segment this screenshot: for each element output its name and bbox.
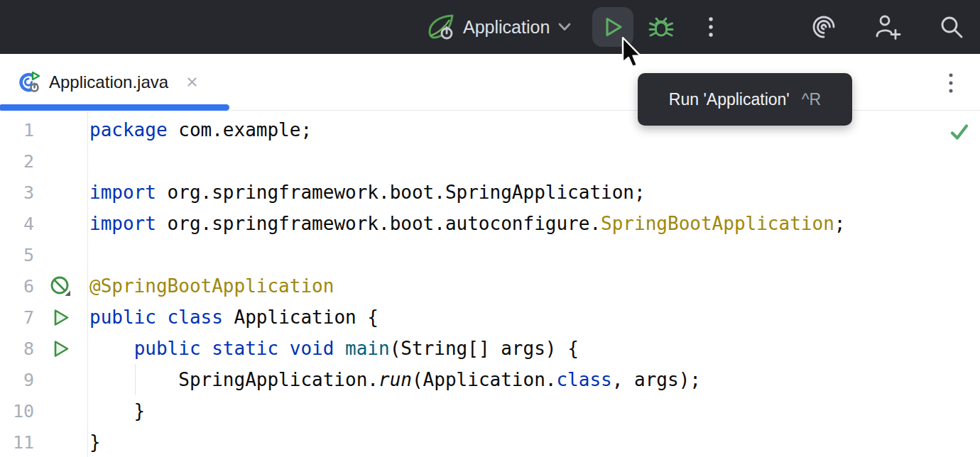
code-text[interactable]: SpringApplication.run(Application.class,… <box>89 369 701 390</box>
search-everywhere-button[interactable] <box>937 7 966 47</box>
run-gutter-icon[interactable] <box>34 308 87 327</box>
code-line: 3import org.springframework.boot.SpringA… <box>0 177 980 208</box>
code-with-me-button[interactable] <box>873 7 902 47</box>
code-text[interactable]: @SpringBootApplication <box>89 275 334 297</box>
kebab-menu-icon <box>948 72 954 94</box>
code-text[interactable]: import org.springframework.boot.autoconf… <box>89 213 845 234</box>
line-number: 3 <box>0 182 34 203</box>
line-number: 4 <box>0 214 34 234</box>
ai-assistant-icon <box>812 15 836 39</box>
spring-boot-run-config-icon <box>426 12 456 42</box>
line-number: 7 <box>0 307 34 328</box>
code-text[interactable]: } <box>89 400 145 422</box>
code-line: 7public class Application { <box>0 302 980 333</box>
tooltip-label: Run 'Application' <box>669 90 790 109</box>
code-text[interactable]: public static void main(String[] args) { <box>89 338 579 359</box>
run-tooltip: Run 'Application' ^R <box>638 73 852 126</box>
run-configuration-selector[interactable]: Application <box>426 12 572 42</box>
code-with-me-icon <box>874 13 901 40</box>
ai-assistant-button[interactable] <box>810 7 838 47</box>
line-number: 11 <box>0 432 34 453</box>
tab-label: Application.java <box>49 72 168 92</box>
line-number: 2 <box>0 151 34 172</box>
editor-lines: 1package com.example;23import org.spring… <box>0 114 980 457</box>
line-number: 6 <box>0 276 34 297</box>
tab-close-button[interactable] <box>185 75 199 89</box>
code-line: 5 <box>0 239 980 270</box>
code-line: 4import org.springframework.boot.autocon… <box>0 208 980 239</box>
code-line: 6@SpringBootApplication <box>0 270 980 302</box>
mouse-cursor <box>620 36 644 70</box>
titlebar-right-actions <box>810 0 966 54</box>
code-text[interactable]: public class Application { <box>89 307 379 328</box>
debug-button[interactable] <box>639 7 683 47</box>
spring-bean-gutter-icon[interactable] <box>34 275 87 297</box>
debug-bug-icon <box>647 13 675 40</box>
code-text[interactable]: package com.example; <box>89 119 312 141</box>
line-number: 10 <box>0 401 34 422</box>
line-number: 8 <box>0 338 34 359</box>
code-line: 11} <box>0 426 980 457</box>
tabbar-more-button[interactable] <box>942 70 960 97</box>
run-gutter-icon[interactable] <box>34 339 87 358</box>
line-number: 1 <box>0 120 34 141</box>
run-toolbar: Application <box>426 0 722 54</box>
tab-application-java[interactable]: Application.java <box>0 54 216 110</box>
run-configuration-label: Application <box>463 17 550 38</box>
close-icon <box>185 75 199 89</box>
code-line: 9 SpringApplication.run(Application.clas… <box>0 364 980 395</box>
line-number: 5 <box>0 245 34 265</box>
line-number: 9 <box>0 370 34 390</box>
code-editor[interactable]: 1package com.example;23import org.spring… <box>0 111 980 457</box>
code-line: 8 public static void main(String[] args)… <box>0 333 980 364</box>
chevron-down-icon <box>557 22 572 32</box>
code-line: 2 <box>0 145 980 177</box>
code-text[interactable]: } <box>89 431 101 453</box>
code-text[interactable]: import org.springframework.boot.SpringAp… <box>89 182 646 203</box>
titlebar-more-button[interactable] <box>700 7 722 47</box>
inspections-ok-check-icon[interactable] <box>949 123 970 143</box>
search-everywhere-icon <box>939 14 964 40</box>
code-line: 10 } <box>0 395 980 426</box>
spring-boot-file-icon <box>18 71 41 94</box>
kebab-menu-icon <box>708 16 714 38</box>
tooltip-shortcut: ^R <box>802 90 821 109</box>
titlebar: Application <box>0 0 980 54</box>
active-tab-underline <box>0 104 229 111</box>
